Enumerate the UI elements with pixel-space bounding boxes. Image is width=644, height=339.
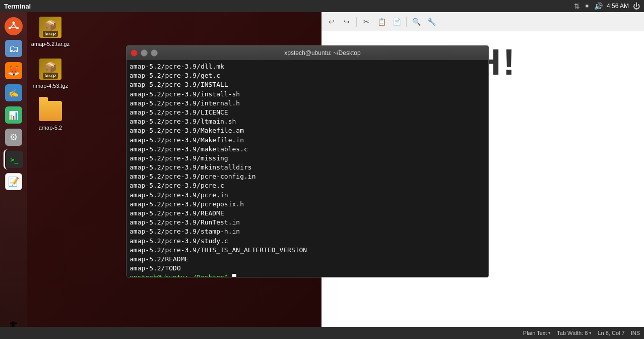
bluetooth2-icon: ✦ [584, 2, 590, 10]
sidebar-item-gedit[interactable]: 📝 [4, 172, 24, 192]
status-plain-text[interactable]: Plain Text ▾ [523, 330, 551, 336]
terminal-line: amap-5.2/pcre-3.9/get.c [130, 71, 485, 80]
terminal-maximize-button[interactable] [151, 49, 158, 56]
desktop-icon-amap-folder[interactable]: amap-5.2 [30, 99, 71, 131]
terminal-icon: >_ [6, 151, 23, 168]
terminal-body[interactable]: amap-5.2/pcre-3.9/dll.mkamap-5.2/pcre-3.… [126, 60, 488, 277]
toolbar-search-button[interactable]: 🔍 [409, 15, 423, 29]
status-position: Ln 8, Col 7 [598, 330, 624, 336]
terminal-line: amap-5.2/pcre-3.9/stamp-h.in [130, 227, 485, 236]
terminal-line: amap-5.2/pcre-3.9/Makefile.am [130, 126, 485, 135]
sidebar-item-settings[interactable]: ⚙ [4, 127, 24, 147]
terminal-close-button[interactable] [131, 49, 138, 56]
editor-toolbar: ↩ ↪ ✂ 📋 📄 🔍 🔧 [321, 12, 644, 31]
terminal-line: amap-5.2/pcre-3.9/THIS_IS_AN_ALTERTED_VE… [130, 246, 485, 255]
status-ins: INS [631, 330, 640, 336]
terminal-line: amap-5.2/pcre-3.9/mkinstalldirs [130, 163, 485, 172]
panel-app-label: Terminal [4, 3, 31, 10]
toolbar-replace-button[interactable]: 🔧 [424, 15, 438, 29]
plain-text-label: Plain Text [523, 330, 547, 336]
sidebar-item-files[interactable]: 🗂 [4, 38, 24, 59]
terminal-minimize-button[interactable] [141, 49, 148, 56]
plain-text-dropdown-icon: ▾ [548, 330, 551, 335]
terminal-line: amap-5.2/TODO [130, 264, 485, 273]
bluetooth-icon: ⇅ [574, 2, 580, 10]
terminal-line: amap-5.2/pcre-3.9/missing [130, 154, 485, 163]
terminal-line: amap-5.2/pcre-3.9/LICENCE [130, 108, 485, 117]
terminal-title: xpstech@ubuntu: ~/Desktop [161, 49, 484, 56]
ubuntu-logo-icon [5, 17, 23, 35]
terminal-line: amap-5.2/pcre-3.9/RunTest.in [130, 218, 485, 227]
terminal-prompt-line: xpstech@ubuntu:~/Desktop$ [130, 273, 485, 277]
terminal-titlebar: xpstech@ubuntu: ~/Desktop [126, 46, 488, 60]
terminal-line: amap-5.2/pcre-3.9/install-sh [130, 90, 485, 99]
position-label: Ln 8, Col 7 [598, 330, 624, 336]
amap-tar-label: amap-5.2.tar.gz [31, 41, 70, 47]
terminal-line: amap-5.2/pcre-3.9/dll.mk [130, 62, 485, 71]
panel-time: 4:56 AM [607, 3, 629, 10]
sidebar-item-terminal[interactable]: >_ [4, 149, 24, 170]
amap-folder-img [38, 99, 62, 123]
status-tab-width[interactable]: Tab Width: 8 ▾ [557, 330, 592, 336]
toolbar-undo-button[interactable]: ↩ [325, 15, 339, 29]
terminal-window: xpstech@ubuntu: ~/Desktop amap-5.2/pcre-… [126, 45, 489, 277]
sidebar: 🗂 🦊 ✍ 📊 ⚙ >_ [0, 12, 27, 339]
nmap-tgz-label: nmap-4.53.tgz [33, 83, 68, 89]
nmap-tgz-img: tar.gz 📦 [38, 57, 62, 81]
terminal-line: amap-5.2/README [130, 255, 485, 264]
amap-tar-img: tar.gz 📦 [38, 15, 62, 39]
terminal-line: amap-5.2/pcre-3.9/README [130, 209, 485, 218]
terminal-line: amap-5.2/pcre-3.9/pcreposix.h [130, 200, 485, 209]
terminal-line: amap-5.2/pcre-3.9/ltmain.sh [130, 117, 485, 126]
toolbar-sep1 [356, 17, 357, 27]
sidebar-item-writer[interactable]: ✍ [4, 83, 24, 103]
desktop-icons-area: tar.gz 📦 amap-5.2.tar.gz tar.gz 📦 nmap-4… [30, 15, 71, 131]
desktop: Terminal ⇅ ✦ 🔊 4:56 AM ⏻ [0, 0, 644, 339]
svg-point-1 [13, 22, 15, 24]
panel-right: ⇅ ✦ 🔊 4:56 AM ⏻ [574, 2, 640, 10]
desktop-icon-nmap-tgz[interactable]: tar.gz 📦 nmap-4.53.tgz [30, 57, 71, 89]
toolbar-redo-button[interactable]: ↪ [340, 15, 354, 29]
sidebar-item-ubuntu[interactable] [4, 16, 24, 36]
terminal-line: amap-5.2/pcre-3.9/study.c [130, 237, 485, 246]
terminal-line: amap-5.2/pcre-3.9/internal.h [130, 99, 485, 108]
terminal-line: amap-5.2/pcre-3.9/Makefile.in [130, 136, 485, 145]
toolbar-cut-button[interactable]: ✂ [359, 15, 373, 29]
toolbar-paste-button[interactable]: 📄 [390, 15, 404, 29]
tab-width-dropdown-icon: ▾ [589, 330, 592, 335]
files-icon: 🗂 [5, 40, 22, 57]
sidebar-item-calc[interactable]: 📊 [4, 105, 24, 125]
sidebar-item-firefox[interactable]: 🦊 [4, 61, 24, 81]
top-panel: Terminal ⇅ ✦ 🔊 4:56 AM ⏻ [0, 0, 644, 12]
volume-icon: 🔊 [594, 2, 603, 10]
terminal-line: amap-5.2/pcre-3.9/maketables.c [130, 145, 485, 154]
terminal-line: amap-5.2/pcre-3.9/pcre-config.in [130, 172, 485, 181]
calc-icon: 📊 [5, 106, 22, 124]
firefox-icon: 🦊 [5, 62, 22, 79]
toolbar-copy-button[interactable]: 📋 [374, 15, 389, 29]
gedit-icon: 📝 [5, 173, 22, 190]
settings-icon: ⚙ [5, 129, 22, 146]
terminal-line: amap-5.2/pcre-3.9/pcre.c [130, 181, 485, 190]
ins-label: INS [631, 330, 640, 336]
writer-icon: ✍ [5, 84, 22, 101]
terminal-line: amap-5.2/pcre-3.9/INSTALL [130, 80, 485, 89]
power-icon: ⏻ [633, 2, 640, 10]
status-bar: Plain Text ▾ Tab Width: 8 ▾ Ln 8, Col 7 … [0, 327, 644, 339]
terminal-line: amap-5.2/pcre-3.9/pcre.in [130, 191, 485, 200]
tab-width-label: Tab Width: 8 [557, 330, 588, 336]
desktop-icon-amap-tar[interactable]: tar.gz 📦 amap-5.2.tar.gz [30, 15, 71, 47]
toolbar-sep2 [406, 17, 407, 27]
amap-folder-label: amap-5.2 [39, 125, 62, 131]
